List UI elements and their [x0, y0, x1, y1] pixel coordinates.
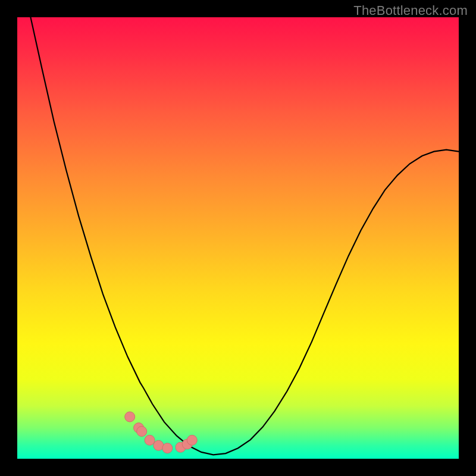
marker-point	[137, 427, 147, 437]
marker-point	[145, 435, 155, 445]
bottleneck-curve	[17, 0, 459, 455]
watermark-text: TheBottleneck.com	[353, 3, 468, 18]
outer-frame: TheBottleneck.com	[0, 0, 476, 476]
marker-point	[154, 440, 164, 450]
chart-svg	[17, 17, 459, 459]
marker-point	[125, 412, 135, 422]
marker-point	[162, 443, 173, 453]
marker-point	[187, 435, 197, 445]
